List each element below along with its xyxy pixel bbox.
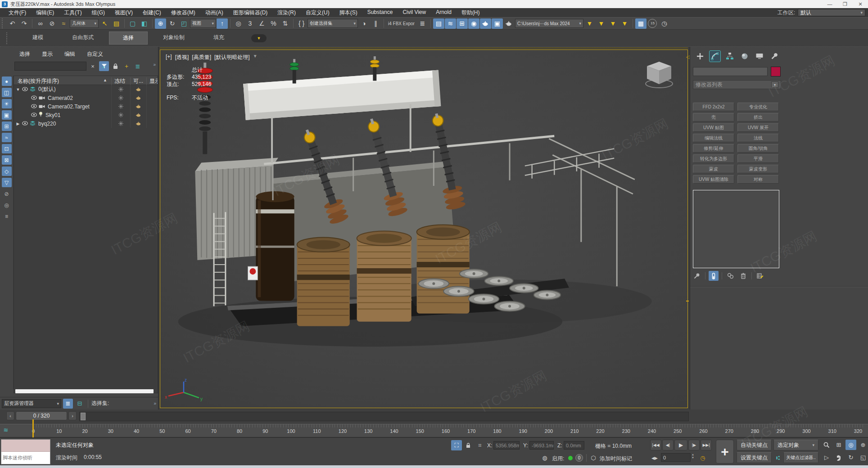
explorer-menu-3[interactable]: 自定义: [81, 50, 109, 58]
display-as-cell[interactable]: [146, 85, 158, 94]
ribbon-tab-0[interactable]: 建模: [19, 32, 57, 45]
node-label[interactable]: byq220: [37, 121, 56, 127]
key-clock-icon[interactable]: ◷: [698, 453, 708, 463]
column-display-as[interactable]: 显示为: [146, 77, 158, 85]
snap-toggle-3d-icon[interactable]: 3: [244, 18, 256, 29]
modifier-button-7[interactable]: 法线: [737, 134, 779, 142]
go-to-start-button[interactable]: |◀◀: [650, 440, 661, 450]
filter-bones-icon[interactable]: ▽: [2, 178, 12, 187]
file-merge-icon[interactable]: ▼: [607, 18, 619, 29]
renderable-toggle-icon[interactable]: [130, 111, 146, 119]
add-to-selection-icon[interactable]: ＋: [122, 61, 131, 71]
menu-item-8[interactable]: 图形编辑器(D): [228, 9, 273, 17]
viewport-layout-arrow-icon[interactable]: ◁: [686, 54, 690, 60]
filter-xrefs-icon[interactable]: ⊠: [2, 155, 12, 165]
named-selection-sets-icon[interactable]: { }: [296, 18, 307, 29]
minimize-button[interactable]: —: [822, 0, 837, 8]
spinner-snap-icon[interactable]: ⇅: [280, 18, 291, 29]
redo-icon[interactable]: ↷: [18, 18, 30, 29]
reference-coordinate-dropdown[interactable]: 视图▾: [190, 19, 216, 28]
menu-item-3[interactable]: 组(G): [87, 9, 110, 17]
key-filters-button[interactable]: 关键点过滤器..: [783, 452, 818, 463]
select-and-move-icon[interactable]: ⊕: [155, 18, 166, 29]
scene-explorer-row[interactable]: ▼ 0(默认): [14, 85, 158, 94]
expand-arrow-icon[interactable]: ▶: [16, 122, 20, 126]
display-as-cell[interactable]: [146, 111, 158, 119]
orbit-icon[interactable]: ↻: [845, 452, 856, 463]
open-mini-curve-editor-icon[interactable]: ≋: [2, 426, 10, 434]
explorer-search-input[interactable]: [14, 62, 86, 71]
file-import-icon[interactable]: ▼: [596, 18, 607, 29]
frame-spinner-arrows[interactable]: ▲▼: [692, 453, 694, 459]
listener-input[interactable]: [1, 452, 50, 464]
select-and-link-icon[interactable]: ∞: [35, 18, 46, 29]
modifier-button-2[interactable]: 壳: [693, 113, 734, 122]
selection-filter-dropdown[interactable]: 几何体▾: [70, 19, 99, 28]
select-and-scale-icon[interactable]: ◰: [178, 18, 190, 29]
modifier-button-9[interactable]: 圆角/切角: [737, 144, 779, 153]
rendered-frame-icon[interactable]: ▣: [492, 18, 503, 29]
transformer-model[interactable]: [160, 50, 687, 408]
viewport-label-1[interactable]: [透视]: [175, 54, 189, 61]
select-by-name-icon[interactable]: ▤: [111, 18, 122, 29]
lock-selection-icon[interactable]: [464, 440, 473, 450]
enabled-dot-icon[interactable]: [568, 456, 573, 460]
fbx-export-label[interactable]: i4 FBX Expor: [386, 21, 416, 26]
select-and-rotate-icon[interactable]: ↻: [167, 18, 178, 29]
menu-item-6[interactable]: 修改器(M): [166, 9, 200, 17]
eye-icon[interactable]: [31, 104, 37, 110]
node-label[interactable]: Camera02.Target: [47, 104, 90, 110]
project-folder-dropdown[interactable]: C:\Users\nj⋯ds Max 2024▾: [515, 19, 583, 28]
eye-icon[interactable]: [31, 112, 37, 118]
toolbar-drag-handle[interactable]: [2, 18, 5, 28]
modifier-button-0[interactable]: FFD 2x2x2: [693, 103, 734, 111]
toggle-scene-explorer-icon[interactable]: ▤: [433, 18, 444, 29]
modifier-button-5[interactable]: UVW 展开: [737, 123, 779, 132]
ribbon-minimize-button[interactable]: ▼: [251, 34, 267, 42]
time-tag-shield-icon[interactable]: ◍: [540, 453, 549, 463]
curve-editor-icon[interactable]: ≋: [445, 18, 456, 29]
next-frame-button[interactable]: |▶: [688, 440, 700, 450]
node-label[interactable]: Sky01: [45, 112, 60, 118]
renderable-toggle-icon[interactable]: [130, 102, 146, 111]
expand-arrow-icon[interactable]: ▼: [16, 87, 20, 92]
field-of-view-icon[interactable]: ▷: [821, 452, 832, 463]
pin-stack-icon[interactable]: [692, 271, 702, 281]
modifier-button-6[interactable]: 编辑法线: [693, 134, 734, 142]
time-slider-track[interactable]: [79, 412, 689, 421]
key-step-toggle-icon[interactable]: ◀▶: [650, 453, 659, 463]
window-crossing-icon[interactable]: ◧: [139, 18, 150, 29]
modifier-list-dropdown[interactable]: 修改器列表 ▾: [693, 80, 781, 89]
menu-item-7[interactable]: 动画(A): [200, 9, 228, 17]
scene-explorer-row[interactable]: ▶ byq220: [14, 119, 158, 128]
modifier-button-4[interactable]: UVW 贴图: [693, 123, 734, 132]
undo-icon[interactable]: ↶: [7, 18, 18, 29]
node-label[interactable]: 0(默认): [37, 86, 56, 93]
isolate-selection-icon[interactable]: ⛶: [451, 440, 462, 450]
scene-explorer-row[interactable]: Camera02.Target: [14, 102, 158, 111]
modifier-button-10[interactable]: 转化为多边形: [693, 154, 734, 163]
play-button[interactable]: ▶: [674, 440, 687, 450]
frozen-toggle-icon[interactable]: [111, 102, 130, 111]
key-filters-icon[interactable]: ⑆: [773, 453, 782, 463]
time-caret[interactable]: [32, 419, 34, 437]
y-field[interactable]: -9693.1mm: [529, 441, 554, 450]
pan-view-icon[interactable]: [833, 452, 844, 463]
menu-item-5[interactable]: 创建(C): [138, 9, 166, 17]
layers-icon[interactable]: ≣: [133, 61, 143, 71]
transform-typein-icon[interactable]: ⌗: [475, 440, 485, 450]
layer-explorer-icon[interactable]: ≣: [63, 399, 73, 409]
renderable-toggle-icon[interactable]: [130, 94, 146, 102]
configure-modifier-sets-icon[interactable]: [755, 271, 765, 281]
tab-display[interactable]: [754, 51, 765, 62]
zoom-extents-icon[interactable]: ◎: [845, 440, 856, 450]
maximize-button[interactable]: ❐: [837, 0, 853, 8]
percent-snap-icon[interactable]: %: [268, 18, 279, 29]
explorer-menu-2[interactable]: 编辑: [59, 50, 81, 58]
close-button[interactable]: ✕: [853, 0, 868, 8]
scene-explorer-row[interactable]: Sky01: [14, 111, 158, 119]
select-and-manipulate-icon[interactable]: ◎: [233, 18, 244, 29]
frozen-toggle-icon[interactable]: [111, 94, 130, 102]
menu-item-10[interactable]: 自定义(U): [301, 9, 335, 17]
dock-chevrons-icon[interactable]: »: [153, 62, 155, 67]
